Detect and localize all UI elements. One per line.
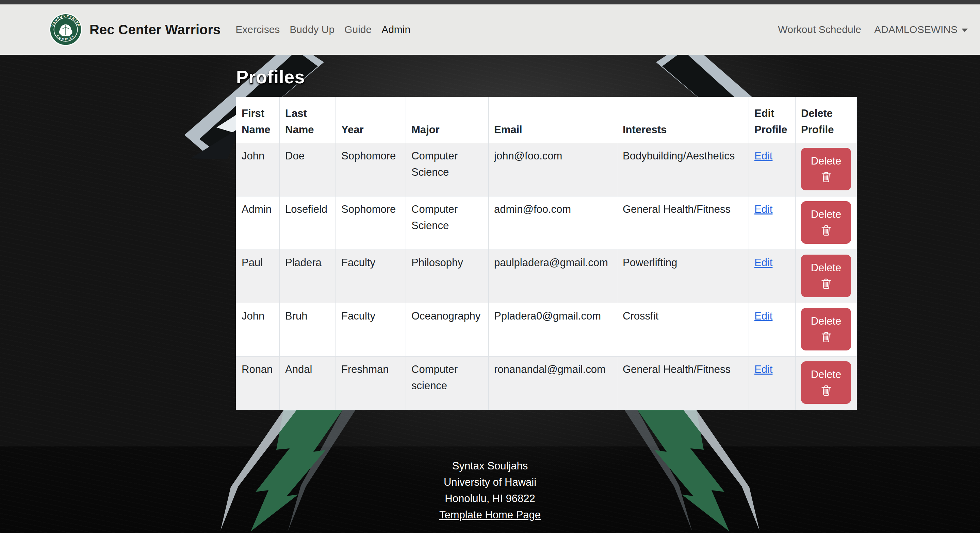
cell-major: Computer Science [406,197,488,250]
cell-delete: Delete [795,357,857,410]
delete-button-label: Delete [811,155,842,167]
cell-first: John [236,143,280,197]
cell-edit: Edit [749,357,795,410]
delete-profile-button[interactable]: Delete [801,361,851,404]
delete-profile-button[interactable]: Delete [801,255,851,297]
cell-edit: Edit [749,250,795,303]
profile-row-1: JohnDoeSophomoreComputer Sciencejohn@foo… [236,143,857,197]
chevron-down-icon [962,29,968,32]
brand-title[interactable]: Rec Center Warriors [89,22,221,37]
cell-interests: General Health/Fitness [617,197,749,250]
content-area: Profiles First NameLast NameYearMajorEma… [0,55,980,533]
delete-button-label: Delete [811,315,842,327]
cell-last: Bruh [280,303,336,357]
cell-email: admin@foo.com [488,197,617,250]
col-header-interests: Interests [617,97,749,143]
cell-first: Admin [236,197,280,250]
cell-year: Faculty [336,250,406,303]
cell-email: john@foo.com [488,143,617,197]
nav-buddy-up[interactable]: Buddy Up [290,24,334,35]
col-header-last-name: Last Name [280,97,336,143]
cell-year: Freshman [336,357,406,410]
cell-email: ronanandal@gmail.com [488,357,617,410]
user-menu-label: ADAMLOSEWINS [874,24,958,35]
cell-last: Andal [280,357,336,410]
campus-center-seal-icon[interactable]: CAMPUS CENTER COMPLEX [49,13,82,46]
template-home-link[interactable]: Template Home Page [439,509,541,521]
trash-icon [820,384,833,397]
trash-icon [820,277,833,290]
nav-guide[interactable]: Guide [344,24,372,35]
cell-year: Faculty [336,303,406,357]
trash-icon [820,170,833,184]
user-menu-dropdown[interactable]: ADAMLOSEWINS [874,24,968,35]
main-nav: ExercisesBuddy UpGuideAdmin [235,24,410,35]
edit-profile-link[interactable]: Edit [754,363,772,375]
cell-major: Computer science [406,357,488,410]
col-header-edit-profile: Edit Profile [749,97,795,143]
navbar-right: Workout Schedule ADAMLOSEWINS [778,24,968,35]
footer: Syntax SouljahsUniversity of HawaiiHonol… [0,458,980,523]
footer-line: Honolulu, HI 96822 [0,490,980,507]
top-strip [0,0,980,5]
cell-email: paulpladera@gmail.com [488,250,617,303]
footer-line: University of Hawaii [0,474,980,490]
edit-profile-link[interactable]: Edit [754,257,772,268]
cell-major: Computer Science [406,143,488,197]
cell-delete: Delete [795,197,857,250]
delete-profile-button[interactable]: Delete [801,148,851,190]
delete-button-label: Delete [811,368,842,381]
delete-button-label: Delete [811,262,842,274]
profile-row-5: RonanAndalFreshmanComputer scienceronana… [236,357,857,410]
cell-last: Losefield [280,197,336,250]
col-header-major: Major [406,97,488,143]
profile-row-3: PaulPladeraFacultyPhilosophypaulpladera@… [236,250,857,303]
cell-edit: Edit [749,143,795,197]
cell-year: Sophomore [336,143,406,197]
col-header-first-name: First Name [236,97,280,143]
page: CAMPUS CENTER COMPLEX Rec Center Warrior… [0,0,980,533]
footer-line: Syntax Souljahs [0,458,980,474]
trash-icon [820,223,833,237]
trash-icon [820,330,833,344]
cell-delete: Delete [795,250,857,303]
table-header-row: First NameLast NameYearMajorEmailInteres… [236,97,857,143]
cell-major: Oceanography [406,303,488,357]
navbar: CAMPUS CENTER COMPLEX Rec Center Warrior… [0,5,980,55]
edit-profile-link[interactable]: Edit [754,310,772,322]
cell-first: John [236,303,280,357]
cell-year: Sophomore [336,197,406,250]
cell-major: Philosophy [406,250,488,303]
cell-last: Pladera [280,250,336,303]
profile-row-4: JohnBruhFacultyOceanographyPpladera0@gma… [236,303,857,357]
delete-button-label: Delete [811,208,842,220]
cell-edit: Edit [749,303,795,357]
col-header-delete-profile: Delete Profile [795,97,857,143]
nav-admin[interactable]: Admin [382,24,410,35]
edit-profile-link[interactable]: Edit [754,150,772,162]
nav-workout-schedule[interactable]: Workout Schedule [778,24,861,35]
delete-profile-button[interactable]: Delete [801,308,851,351]
cell-first: Paul [236,250,280,303]
footer-address: Syntax SouljahsUniversity of HawaiiHonol… [0,458,980,507]
nav-exercises[interactable]: Exercises [235,24,280,35]
cell-interests: Bodybuilding/Aesthetics [617,143,749,197]
navbar-left: CAMPUS CENTER COMPLEX Rec Center Warrior… [49,13,410,46]
cell-delete: Delete [795,143,857,197]
cell-interests: Powerlifting [617,250,749,303]
cell-last: Doe [280,143,336,197]
cell-edit: Edit [749,197,795,250]
cell-email: Ppladera0@gmail.com [488,303,617,357]
cell-first: Ronan [236,357,280,410]
col-header-year: Year [336,97,406,143]
page-title: Profiles [236,66,305,87]
cell-interests: General Health/Fitness [617,357,749,410]
col-header-email: Email [488,97,617,143]
cell-delete: Delete [795,303,857,357]
cell-interests: Crossfit [617,303,749,357]
delete-profile-button[interactable]: Delete [801,201,851,244]
profile-row-2: AdminLosefieldSophomoreComputer Sciencea… [236,197,857,250]
edit-profile-link[interactable]: Edit [754,203,772,215]
profiles-table: First NameLast NameYearMajorEmailInteres… [236,97,857,410]
